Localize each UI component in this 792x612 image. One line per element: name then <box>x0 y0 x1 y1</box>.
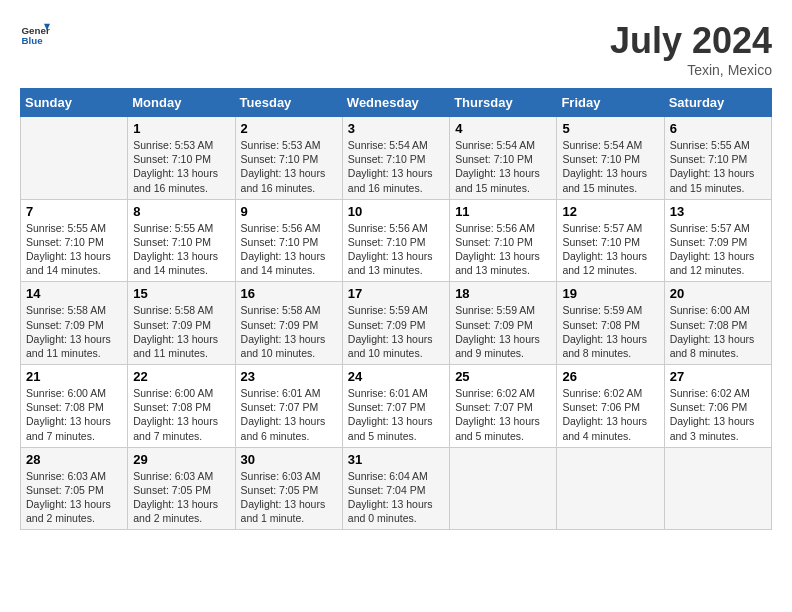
day-info: Sunrise: 5:55 AM Sunset: 7:10 PM Dayligh… <box>670 138 766 195</box>
calendar-cell: 3Sunrise: 5:54 AM Sunset: 7:10 PM Daylig… <box>342 117 449 200</box>
calendar-cell: 22Sunrise: 6:00 AM Sunset: 7:08 PM Dayli… <box>128 365 235 448</box>
day-number: 5 <box>562 121 658 136</box>
day-info: Sunrise: 5:54 AM Sunset: 7:10 PM Dayligh… <box>455 138 551 195</box>
day-number: 13 <box>670 204 766 219</box>
calendar-cell: 25Sunrise: 6:02 AM Sunset: 7:07 PM Dayli… <box>450 365 557 448</box>
calendar-cell <box>664 447 771 530</box>
calendar-cell: 31Sunrise: 6:04 AM Sunset: 7:04 PM Dayli… <box>342 447 449 530</box>
day-number: 7 <box>26 204 122 219</box>
day-number: 22 <box>133 369 229 384</box>
header-row: SundayMondayTuesdayWednesdayThursdayFrid… <box>21 89 772 117</box>
day-number: 6 <box>670 121 766 136</box>
day-number: 23 <box>241 369 337 384</box>
calendar-cell: 5Sunrise: 5:54 AM Sunset: 7:10 PM Daylig… <box>557 117 664 200</box>
day-number: 1 <box>133 121 229 136</box>
day-header-sunday: Sunday <box>21 89 128 117</box>
calendar-table: SundayMondayTuesdayWednesdayThursdayFrid… <box>20 88 772 530</box>
day-number: 2 <box>241 121 337 136</box>
day-number: 9 <box>241 204 337 219</box>
calendar-cell: 28Sunrise: 6:03 AM Sunset: 7:05 PM Dayli… <box>21 447 128 530</box>
day-info: Sunrise: 5:53 AM Sunset: 7:10 PM Dayligh… <box>241 138 337 195</box>
day-info: Sunrise: 5:56 AM Sunset: 7:10 PM Dayligh… <box>348 221 444 278</box>
calendar-week-5: 28Sunrise: 6:03 AM Sunset: 7:05 PM Dayli… <box>21 447 772 530</box>
day-info: Sunrise: 5:59 AM Sunset: 7:09 PM Dayligh… <box>348 303 444 360</box>
calendar-cell <box>450 447 557 530</box>
calendar-cell: 14Sunrise: 5:58 AM Sunset: 7:09 PM Dayli… <box>21 282 128 365</box>
calendar-week-1: 1Sunrise: 5:53 AM Sunset: 7:10 PM Daylig… <box>21 117 772 200</box>
day-info: Sunrise: 5:58 AM Sunset: 7:09 PM Dayligh… <box>26 303 122 360</box>
day-number: 3 <box>348 121 444 136</box>
day-number: 11 <box>455 204 551 219</box>
day-info: Sunrise: 5:57 AM Sunset: 7:09 PM Dayligh… <box>670 221 766 278</box>
day-header-friday: Friday <box>557 89 664 117</box>
day-info: Sunrise: 5:59 AM Sunset: 7:09 PM Dayligh… <box>455 303 551 360</box>
calendar-cell: 26Sunrise: 6:02 AM Sunset: 7:06 PM Dayli… <box>557 365 664 448</box>
day-header-thursday: Thursday <box>450 89 557 117</box>
calendar-cell: 12Sunrise: 5:57 AM Sunset: 7:10 PM Dayli… <box>557 199 664 282</box>
day-number: 21 <box>26 369 122 384</box>
day-header-wednesday: Wednesday <box>342 89 449 117</box>
day-number: 8 <box>133 204 229 219</box>
day-info: Sunrise: 5:56 AM Sunset: 7:10 PM Dayligh… <box>241 221 337 278</box>
logo: General Blue <box>20 20 50 50</box>
calendar-cell: 15Sunrise: 5:58 AM Sunset: 7:09 PM Dayli… <box>128 282 235 365</box>
day-info: Sunrise: 6:03 AM Sunset: 7:05 PM Dayligh… <box>133 469 229 526</box>
day-number: 10 <box>348 204 444 219</box>
title-block: July 2024 Texin, Mexico <box>610 20 772 78</box>
day-number: 18 <box>455 286 551 301</box>
calendar-week-3: 14Sunrise: 5:58 AM Sunset: 7:09 PM Dayli… <box>21 282 772 365</box>
day-number: 29 <box>133 452 229 467</box>
page-header: General Blue July 2024 Texin, Mexico <box>20 20 772 78</box>
calendar-cell: 9Sunrise: 5:56 AM Sunset: 7:10 PM Daylig… <box>235 199 342 282</box>
calendar-cell <box>21 117 128 200</box>
calendar-cell: 18Sunrise: 5:59 AM Sunset: 7:09 PM Dayli… <box>450 282 557 365</box>
calendar-cell: 1Sunrise: 5:53 AM Sunset: 7:10 PM Daylig… <box>128 117 235 200</box>
calendar-cell: 8Sunrise: 5:55 AM Sunset: 7:10 PM Daylig… <box>128 199 235 282</box>
svg-text:Blue: Blue <box>22 35 44 46</box>
calendar-cell: 24Sunrise: 6:01 AM Sunset: 7:07 PM Dayli… <box>342 365 449 448</box>
day-number: 16 <box>241 286 337 301</box>
calendar-cell: 10Sunrise: 5:56 AM Sunset: 7:10 PM Dayli… <box>342 199 449 282</box>
day-info: Sunrise: 6:02 AM Sunset: 7:06 PM Dayligh… <box>562 386 658 443</box>
day-number: 28 <box>26 452 122 467</box>
day-info: Sunrise: 6:02 AM Sunset: 7:06 PM Dayligh… <box>670 386 766 443</box>
logo-icon: General Blue <box>20 20 50 50</box>
calendar-cell: 7Sunrise: 5:55 AM Sunset: 7:10 PM Daylig… <box>21 199 128 282</box>
day-info: Sunrise: 6:00 AM Sunset: 7:08 PM Dayligh… <box>133 386 229 443</box>
day-number: 27 <box>670 369 766 384</box>
day-number: 26 <box>562 369 658 384</box>
day-info: Sunrise: 5:54 AM Sunset: 7:10 PM Dayligh… <box>348 138 444 195</box>
day-number: 14 <box>26 286 122 301</box>
calendar-cell: 13Sunrise: 5:57 AM Sunset: 7:09 PM Dayli… <box>664 199 771 282</box>
calendar-cell: 27Sunrise: 6:02 AM Sunset: 7:06 PM Dayli… <box>664 365 771 448</box>
day-info: Sunrise: 6:04 AM Sunset: 7:04 PM Dayligh… <box>348 469 444 526</box>
day-info: Sunrise: 5:59 AM Sunset: 7:08 PM Dayligh… <box>562 303 658 360</box>
day-header-monday: Monday <box>128 89 235 117</box>
calendar-cell: 23Sunrise: 6:01 AM Sunset: 7:07 PM Dayli… <box>235 365 342 448</box>
day-info: Sunrise: 5:56 AM Sunset: 7:10 PM Dayligh… <box>455 221 551 278</box>
calendar-cell: 2Sunrise: 5:53 AM Sunset: 7:10 PM Daylig… <box>235 117 342 200</box>
day-info: Sunrise: 6:03 AM Sunset: 7:05 PM Dayligh… <box>26 469 122 526</box>
day-info: Sunrise: 6:00 AM Sunset: 7:08 PM Dayligh… <box>26 386 122 443</box>
calendar-cell <box>557 447 664 530</box>
day-info: Sunrise: 5:58 AM Sunset: 7:09 PM Dayligh… <box>133 303 229 360</box>
day-number: 17 <box>348 286 444 301</box>
calendar-cell: 30Sunrise: 6:03 AM Sunset: 7:05 PM Dayli… <box>235 447 342 530</box>
day-number: 12 <box>562 204 658 219</box>
calendar-cell: 20Sunrise: 6:00 AM Sunset: 7:08 PM Dayli… <box>664 282 771 365</box>
day-number: 24 <box>348 369 444 384</box>
day-number: 15 <box>133 286 229 301</box>
day-info: Sunrise: 6:03 AM Sunset: 7:05 PM Dayligh… <box>241 469 337 526</box>
calendar-cell: 16Sunrise: 5:58 AM Sunset: 7:09 PM Dayli… <box>235 282 342 365</box>
calendar-cell: 29Sunrise: 6:03 AM Sunset: 7:05 PM Dayli… <box>128 447 235 530</box>
month-year: July 2024 <box>610 20 772 62</box>
calendar-cell: 17Sunrise: 5:59 AM Sunset: 7:09 PM Dayli… <box>342 282 449 365</box>
day-info: Sunrise: 5:53 AM Sunset: 7:10 PM Dayligh… <box>133 138 229 195</box>
day-number: 31 <box>348 452 444 467</box>
day-number: 4 <box>455 121 551 136</box>
day-info: Sunrise: 5:58 AM Sunset: 7:09 PM Dayligh… <box>241 303 337 360</box>
calendar-week-2: 7Sunrise: 5:55 AM Sunset: 7:10 PM Daylig… <box>21 199 772 282</box>
day-info: Sunrise: 6:01 AM Sunset: 7:07 PM Dayligh… <box>241 386 337 443</box>
day-info: Sunrise: 5:55 AM Sunset: 7:10 PM Dayligh… <box>26 221 122 278</box>
day-info: Sunrise: 6:00 AM Sunset: 7:08 PM Dayligh… <box>670 303 766 360</box>
